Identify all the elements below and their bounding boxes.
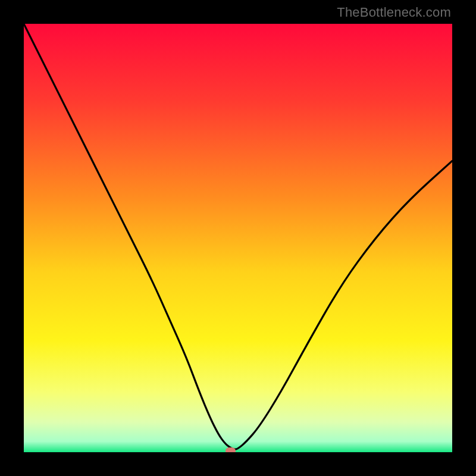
- optimum-marker: [226, 447, 236, 452]
- chart-frame: TheBottleneck.com: [0, 0, 476, 476]
- bottleneck-curve: [24, 24, 452, 452]
- plot-area: [24, 24, 452, 452]
- watermark-text: TheBottleneck.com: [337, 5, 451, 20]
